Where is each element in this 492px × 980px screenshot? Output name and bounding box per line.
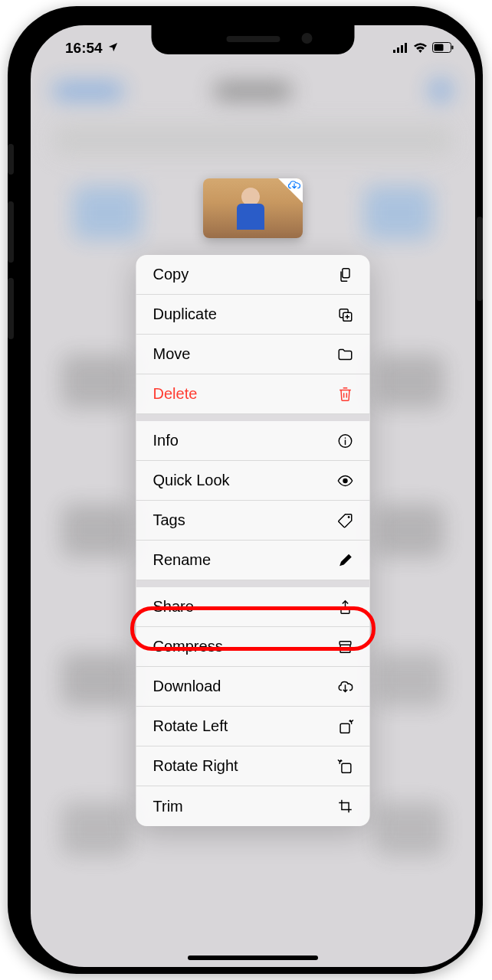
menu-label: Delete — [153, 385, 198, 403]
file-thumbnail[interactable] — [203, 178, 303, 238]
menu-item-move[interactable]: Move — [136, 335, 370, 374]
menu-item-rotate-right[interactable]: Rotate Right — [136, 746, 370, 786]
menu-item-duplicate[interactable]: Duplicate — [136, 295, 370, 335]
status-time: 16:54 — [65, 40, 103, 57]
svg-rect-1 — [397, 47, 399, 53]
menu-label: Rotate Left — [153, 717, 228, 735]
menu-label: Compress — [153, 638, 223, 655]
menu-label: Rotate Right — [153, 757, 238, 775]
svg-rect-2 — [401, 45, 403, 53]
menu-label: Quick Look — [153, 472, 230, 489]
eye-icon — [336, 472, 355, 490]
menu-item-info[interactable]: Info — [136, 421, 370, 461]
svg-rect-14 — [340, 724, 349, 733]
menu-label: Share — [153, 598, 194, 616]
svg-point-12 — [348, 516, 350, 518]
cellular-icon — [393, 40, 408, 57]
tag-icon — [336, 511, 355, 530]
menu-label: Copy — [153, 266, 189, 283]
wifi-icon — [413, 40, 428, 57]
menu-label: Duplicate — [153, 305, 217, 323]
menu-item-rename[interactable]: Rename — [136, 541, 370, 580]
menu-item-compress[interactable]: Compress — [136, 627, 370, 667]
side-button — [477, 217, 483, 301]
phone-frame: 16:54 — [8, 6, 483, 974]
menu-separator — [136, 580, 370, 587]
rotate-right-icon — [336, 757, 355, 776]
menu-item-quick-look[interactable]: Quick Look — [136, 461, 370, 501]
menu-label: Info — [153, 432, 179, 449]
menu-label: Tags — [153, 511, 185, 529]
menu-separator — [136, 414, 370, 421]
cloud-download-icon — [336, 678, 355, 696]
svg-rect-15 — [342, 763, 351, 773]
location-icon — [107, 40, 119, 57]
svg-point-11 — [343, 478, 347, 482]
menu-item-download[interactable]: Download — [136, 667, 370, 707]
svg-rect-5 — [435, 44, 444, 51]
menu-label: Trim — [153, 798, 183, 815]
context-menu: Copy Duplicate Move Delete — [136, 255, 370, 826]
svg-rect-3 — [405, 43, 407, 53]
menu-item-copy[interactable]: Copy — [136, 255, 370, 295]
menu-item-delete[interactable]: Delete — [136, 374, 370, 414]
share-icon — [336, 598, 355, 616]
status-bar: 16:54 — [31, 25, 475, 64]
info-icon — [336, 432, 355, 450]
screen: 16:54 — [31, 25, 475, 967]
volume-down-button — [8, 278, 14, 339]
folder-icon — [336, 345, 355, 364]
crop-icon — [336, 797, 355, 815]
svg-rect-6 — [452, 46, 454, 50]
cloud-download-icon — [287, 180, 301, 194]
menu-label: Move — [153, 345, 191, 363]
menu-item-share[interactable]: Share — [136, 587, 370, 627]
menu-item-trim[interactable]: Trim — [136, 786, 370, 826]
mute-switch — [8, 144, 14, 175]
volume-up-button — [8, 201, 14, 263]
trash-icon — [336, 385, 355, 403]
duplicate-icon — [336, 305, 355, 324]
menu-label: Download — [153, 678, 221, 695]
svg-rect-0 — [393, 50, 395, 53]
copy-icon — [336, 266, 355, 284]
menu-label: Rename — [153, 551, 212, 569]
svg-rect-7 — [343, 268, 349, 277]
pencil-icon — [336, 551, 355, 570]
rotate-left-icon — [336, 717, 355, 736]
home-indicator[interactable] — [188, 956, 318, 960]
menu-item-tags[interactable]: Tags — [136, 501, 370, 541]
archive-icon — [336, 638, 355, 656]
battery-icon — [432, 40, 454, 57]
svg-rect-13 — [339, 641, 351, 645]
menu-item-rotate-left[interactable]: Rotate Left — [136, 707, 370, 746]
